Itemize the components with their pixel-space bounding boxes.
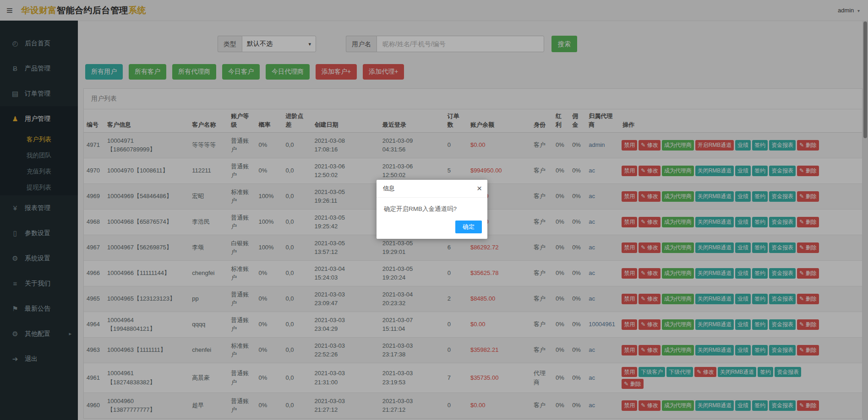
close-icon[interactable]: × bbox=[477, 183, 482, 194]
dialog-title: 信息 bbox=[377, 180, 487, 198]
confirm-dialog: 信息 × 确定开启RMB入金通道吗? 确定 bbox=[377, 180, 487, 239]
confirm-button[interactable]: 确定 bbox=[455, 221, 482, 233]
dialog-footer: 确定 bbox=[377, 216, 487, 239]
dialog-message: 确定开启RMB入金通道吗? bbox=[377, 198, 487, 216]
